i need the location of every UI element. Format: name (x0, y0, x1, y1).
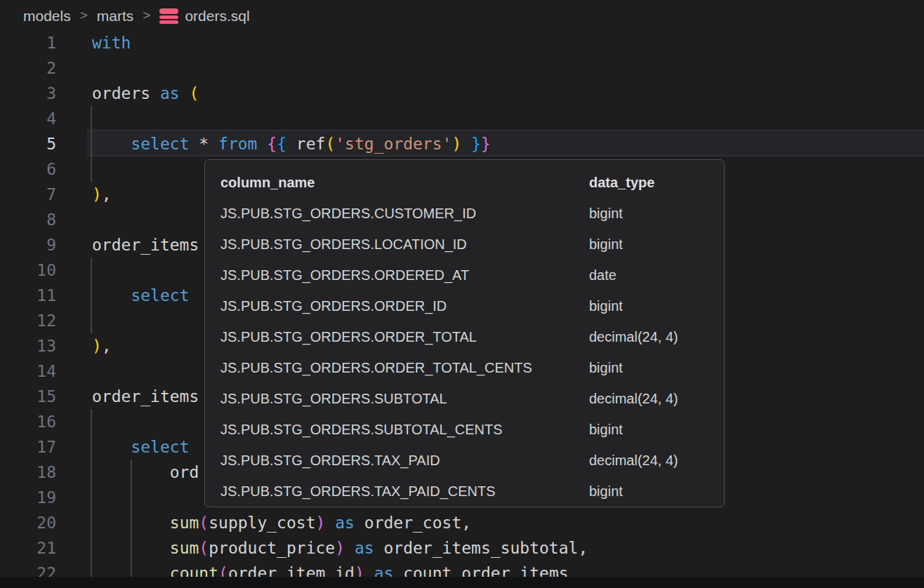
line-number[interactable]: 13 (0, 333, 56, 359)
table-row: JS.PUB.STG_ORDERS.TAX_PAID_CENTSbigint (220, 476, 724, 507)
data-type-cell: bigint (589, 236, 724, 253)
code-text[interactable]: select * from {{ ref('stg_orders') }} (92, 135, 491, 153)
code-line[interactable]: 2 (0, 55, 924, 81)
editor-window: models > marts > orders.sql 1with23order… (0, 0, 924, 588)
code-text[interactable]: ), (92, 185, 112, 203)
breadcrumb: models > marts > orders.sql (0, 0, 924, 32)
table-row: JS.PUB.STG_ORDERS.CUSTOMER_IDbigint (220, 198, 724, 229)
line-number[interactable]: 5 (0, 131, 56, 156)
column-hover-popup: column_name data_type JS.PUB.STG_ORDERS.… (204, 159, 725, 507)
code-text[interactable]: order_items (92, 387, 199, 406)
table-row: JS.PUB.STG_ORDERS.ORDER_IDbigint (220, 290, 724, 321)
data-type-cell: bigint (589, 206, 724, 222)
code-text[interactable]: select (92, 286, 189, 305)
breadcrumb-separator: > (143, 8, 150, 23)
column-name-cell: JS.PUB.STG_ORDERS.TAX_PAID_CENTS (220, 483, 589, 500)
table-row: JS.PUB.STG_ORDERS.ORDER_TOTAL_CENTSbigin… (220, 352, 724, 383)
database-icon (159, 8, 178, 24)
data-type-cell: bigint (589, 422, 724, 438)
popup-header-data-type: data_type (589, 175, 724, 191)
column-name-cell: JS.PUB.STG_ORDERS.SUBTOTAL_CENTS (220, 422, 589, 438)
line-number[interactable]: 10 (0, 258, 56, 283)
popup-header-row: column_name data_type (220, 167, 724, 198)
table-row: JS.PUB.STG_ORDERS.TAX_PAIDdecimal(24, 4) (220, 445, 724, 476)
line-number[interactable]: 11 (0, 283, 56, 308)
code-line[interactable]: 4 (0, 106, 924, 131)
column-name-cell: JS.PUB.STG_ORDERS.LOCATION_ID (220, 236, 589, 253)
column-name-cell: JS.PUB.STG_ORDERS.ORDER_TOTAL (220, 329, 589, 345)
code-line[interactable]: 3orders as ( (0, 81, 924, 106)
line-number[interactable]: 20 (0, 510, 56, 535)
column-name-cell: JS.PUB.STG_ORDERS.ORDER_ID (220, 298, 589, 314)
code-text[interactable]: select (92, 438, 189, 456)
table-row: JS.PUB.STG_ORDERS.ORDERED_ATdate (220, 260, 724, 290)
column-name-cell: JS.PUB.STG_ORDERS.ORDER_TOTAL_CENTS (220, 360, 589, 376)
code-text[interactable]: ), (92, 337, 112, 355)
line-number[interactable]: 8 (0, 207, 56, 232)
line-number[interactable]: 2 (0, 55, 56, 81)
breadcrumb-separator: > (80, 8, 88, 23)
popup-header-column-name: column_name (220, 175, 589, 191)
line-number[interactable]: 4 (0, 106, 56, 131)
data-type-cell: bigint (589, 360, 724, 376)
data-type-cell: bigint (589, 483, 724, 500)
code-line[interactable]: 5 select * from {{ ref('stg_orders') }} (0, 131, 924, 156)
breadcrumb-item-marts[interactable]: marts (97, 8, 134, 25)
code-text[interactable]: sum(product_price) as order_items_subtot… (92, 539, 588, 557)
data-type-cell: bigint (589, 298, 724, 314)
line-number[interactable]: 9 (0, 232, 56, 258)
data-type-cell: decimal(24, 4) (589, 453, 724, 469)
column-name-cell: JS.PUB.STG_ORDERS.SUBTOTAL (220, 391, 589, 407)
column-name-cell: JS.PUB.STG_ORDERS.ORDERED_AT (220, 267, 589, 283)
data-type-cell: decimal(24, 4) (589, 391, 724, 407)
data-type-cell: date (589, 267, 724, 283)
table-row: JS.PUB.STG_ORDERS.SUBTOTAL_CENTSbigint (220, 414, 724, 445)
line-number[interactable]: 3 (0, 81, 56, 106)
line-number[interactable]: 18 (0, 460, 56, 485)
breadcrumb-item-models[interactable]: models (23, 8, 71, 25)
code-text[interactable]: with (92, 34, 131, 52)
table-row: JS.PUB.STG_ORDERS.LOCATION_IDbigint (220, 229, 724, 260)
line-number[interactable]: 15 (0, 384, 56, 409)
table-row: JS.PUB.STG_ORDERS.ORDER_TOTALdecimal(24,… (220, 321, 724, 352)
data-type-cell: decimal(24, 4) (589, 329, 724, 345)
line-number[interactable]: 17 (0, 434, 56, 460)
column-name-cell: JS.PUB.STG_ORDERS.TAX_PAID (220, 453, 589, 469)
file-name: orders.sql (185, 8, 249, 25)
column-name-cell: JS.PUB.STG_ORDERS.CUSTOMER_ID (220, 206, 589, 222)
code-line[interactable]: 1with (0, 30, 924, 55)
code-line[interactable]: 20 sum(supply_cost) as order_cost, (0, 510, 924, 535)
line-number[interactable]: 6 (0, 156, 56, 182)
code-text[interactable]: ord (92, 463, 199, 481)
breadcrumb-item-file[interactable]: orders.sql (159, 8, 249, 25)
popup-row-list: JS.PUB.STG_ORDERS.CUSTOMER_IDbigintJS.PU… (220, 198, 724, 507)
code-text[interactable]: order_items (92, 236, 199, 254)
code-text[interactable]: orders as ( (92, 84, 199, 102)
line-number[interactable]: 1 (0, 30, 56, 55)
bottom-panel-edge (0, 577, 924, 588)
code-text[interactable]: sum(supply_cost) as order_cost, (92, 514, 471, 532)
line-number[interactable]: 12 (0, 308, 56, 333)
table-row: JS.PUB.STG_ORDERS.SUBTOTALdecimal(24, 4) (220, 383, 724, 414)
code-line[interactable]: 21 sum(product_price) as order_items_sub… (0, 535, 924, 561)
line-number[interactable]: 21 (0, 535, 56, 561)
line-number[interactable]: 7 (0, 182, 56, 207)
line-number[interactable]: 16 (0, 409, 56, 434)
line-number[interactable]: 19 (0, 485, 56, 510)
line-number[interactable]: 14 (0, 359, 56, 384)
